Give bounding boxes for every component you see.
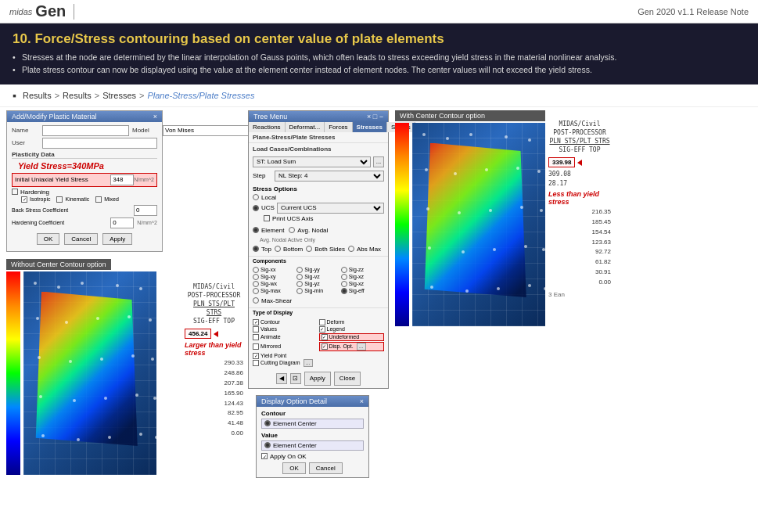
svg-point-26 bbox=[446, 137, 449, 140]
disp-opt-checkbox[interactable]: ✓ bbox=[322, 343, 328, 350]
components-label: Components bbox=[249, 256, 388, 265]
svg-point-42 bbox=[493, 248, 496, 251]
icon-middle[interactable]: ⊡ bbox=[290, 373, 301, 384]
sig-xx-radio[interactable] bbox=[253, 267, 259, 273]
load-case-btn[interactable]: ... bbox=[373, 156, 384, 167]
element-center-contour-row: Element Center bbox=[261, 419, 364, 429]
ok-button[interactable]: OK bbox=[37, 233, 60, 245]
max-shear-row: Max-Shear bbox=[249, 296, 388, 307]
arrow-right bbox=[214, 331, 218, 337]
ucs-select[interactable]: Current UCS bbox=[277, 203, 384, 214]
tab-forces[interactable]: Forces bbox=[325, 122, 352, 132]
top-radio[interactable] bbox=[253, 246, 259, 252]
hardening-checkbox[interactable] bbox=[12, 189, 18, 195]
svg-point-2 bbox=[81, 282, 84, 285]
logo-gen: Gen bbox=[35, 2, 66, 20]
contour-item: ✓ Contour bbox=[253, 319, 318, 325]
yield-stress-input[interactable] bbox=[110, 174, 134, 185]
cutting-diagram-btn[interactable]: ... bbox=[304, 359, 313, 367]
svg-point-4 bbox=[139, 287, 142, 290]
undeformed-checkbox[interactable]: ✓ bbox=[322, 334, 328, 340]
sig-zz-radio[interactable] bbox=[341, 267, 347, 273]
svg-point-20 bbox=[41, 434, 45, 437]
svg-point-13 bbox=[131, 354, 135, 358]
sig-vz-radio[interactable] bbox=[296, 274, 303, 280]
mixed-row: Mixed bbox=[95, 196, 119, 203]
apply-button-tree[interactable]: Apply bbox=[304, 372, 331, 386]
sig-yz-radio[interactable] bbox=[296, 281, 303, 287]
yield-point-checkbox[interactable]: ✓ bbox=[253, 353, 259, 359]
sig-yy-radio[interactable] bbox=[296, 267, 303, 273]
svg-point-16 bbox=[73, 399, 76, 402]
close-button-tree[interactable]: Close bbox=[334, 372, 361, 386]
disp-opt-btn[interactable]: ... bbox=[357, 343, 366, 350]
yield-point-item: ✓ Yield Point bbox=[253, 353, 384, 359]
svg-point-37 bbox=[489, 209, 492, 212]
back-stress-row: Back Stress Coefficient bbox=[12, 205, 157, 216]
path-bullet: ▪ bbox=[13, 89, 16, 102]
sig-wx-radio[interactable] bbox=[253, 281, 259, 287]
svg-point-17 bbox=[104, 397, 107, 400]
with-contour-label: With Center Contour option bbox=[395, 110, 545, 121]
abs-max-radio[interactable] bbox=[348, 246, 354, 252]
both-sides-radio[interactable] bbox=[306, 246, 312, 252]
tab-stresses[interactable]: Stresses bbox=[353, 122, 387, 132]
sig-min-radio[interactable] bbox=[296, 288, 303, 294]
display-grid: ✓ Contour Deform Values ✓ bbox=[253, 319, 384, 351]
option-cancel-btn[interactable]: Cancel bbox=[309, 462, 343, 474]
mixed-checkbox[interactable] bbox=[95, 196, 102, 203]
print-ucs-checkbox[interactable] bbox=[264, 215, 270, 221]
sig-xz-radio[interactable] bbox=[341, 274, 347, 280]
ucs-radio[interactable] bbox=[253, 205, 259, 211]
cutting-diagram-checkbox[interactable] bbox=[253, 360, 259, 366]
isotropic-checkbox[interactable]: ✓ bbox=[21, 196, 27, 203]
tab-deformat[interactable]: Deformat... bbox=[286, 122, 325, 132]
sig-xz2-radio[interactable] bbox=[341, 281, 347, 287]
animate-checkbox[interactable] bbox=[253, 334, 259, 340]
hardening-coeff-input[interactable] bbox=[110, 217, 134, 228]
step-select[interactable]: NL Step: 4 bbox=[275, 171, 384, 182]
deform-checkbox[interactable] bbox=[319, 319, 325, 325]
step-row: Step NL Step: 4 bbox=[249, 169, 388, 183]
back-stress-input[interactable] bbox=[134, 205, 157, 216]
contour-checkbox[interactable]: ✓ bbox=[253, 319, 259, 325]
mirrored-checkbox[interactable] bbox=[253, 343, 259, 350]
bottom-radio[interactable] bbox=[275, 246, 281, 252]
arrow-right-icon bbox=[577, 160, 582, 166]
section-bullets: Stresses at the node are determined by t… bbox=[13, 52, 745, 77]
three-ean-text: 3 Ean bbox=[548, 291, 611, 298]
kinematic-checkbox[interactable] bbox=[56, 196, 63, 203]
without-contour-label: Without Center Contour option bbox=[6, 259, 111, 270]
left-viz-container bbox=[6, 271, 178, 475]
sig-max-radio[interactable] bbox=[253, 288, 259, 294]
sig-eff-radio[interactable] bbox=[341, 288, 347, 294]
local-radio[interactable] bbox=[253, 194, 259, 200]
avg-nodal-radio[interactable] bbox=[289, 227, 295, 233]
icon-left[interactable]: ◀ bbox=[276, 373, 287, 384]
user-input[interactable] bbox=[42, 138, 157, 149]
tree-menu: Tree Menu × □ − Reactions Deformat... Fo… bbox=[248, 110, 389, 389]
sig-xy: Sig-xy bbox=[253, 274, 296, 280]
apply-button[interactable]: Apply bbox=[102, 233, 132, 245]
dialog-content: Name Model User Plasticity Data Yield St… bbox=[7, 122, 162, 251]
element-center-value-radio[interactable] bbox=[264, 442, 271, 448]
apply-ok-checkbox[interactable]: ✓ bbox=[261, 453, 268, 459]
element-radio[interactable] bbox=[253, 227, 259, 233]
max-shear-radio[interactable] bbox=[253, 297, 259, 304]
name-input[interactable] bbox=[42, 125, 129, 136]
legend-checkbox[interactable]: ✓ bbox=[319, 326, 325, 332]
tab-reactions[interactable]: Reactions bbox=[249, 122, 286, 132]
sig-xy-radio[interactable] bbox=[253, 274, 259, 280]
svg-point-11 bbox=[69, 360, 72, 363]
element-center-contour-radio[interactable] bbox=[264, 420, 271, 426]
tree-menu-panel: Tree Menu × □ − Reactions Deformat... Fo… bbox=[248, 110, 389, 503]
option-close-btn[interactable]: × bbox=[360, 397, 364, 405]
yield-stress-title: Yield Stress=340MPa bbox=[18, 161, 157, 171]
option-ok-btn[interactable]: OK bbox=[282, 462, 306, 474]
dialog-buttons: OK Cancel Apply bbox=[12, 230, 157, 248]
path-sep2: > bbox=[95, 91, 99, 100]
value-456-row: 456.24 bbox=[185, 329, 243, 339]
cancel-button[interactable]: Cancel bbox=[64, 233, 98, 245]
values-checkbox[interactable] bbox=[253, 326, 259, 332]
load-case-select[interactable]: ST: Load Sum bbox=[253, 156, 371, 167]
